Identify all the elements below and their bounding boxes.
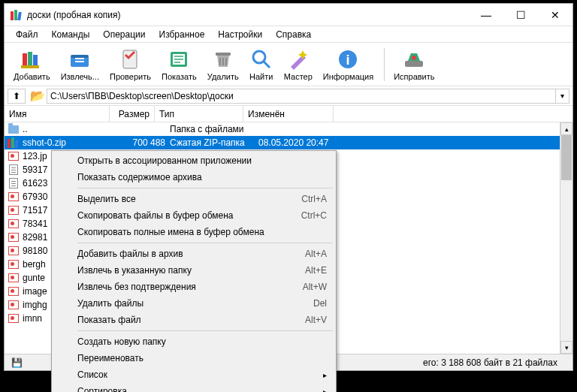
context-menu-item[interactable]: Сортировка▸ xyxy=(53,383,334,392)
scroll-up-button[interactable]: ▴ xyxy=(560,122,572,135)
menu-item-label: Скопировать полные имена в буфер обмена xyxy=(77,227,264,237)
context-menu-item[interactable]: Скопировать полные имена в буфер обмена xyxy=(53,224,334,240)
svg-point-10 xyxy=(253,51,265,63)
toolbar: ДобавитьИзвлечь...ПроверитьПоказатьУдали… xyxy=(5,43,572,86)
scroll-thumb[interactable] xyxy=(561,135,572,180)
context-menu-item[interactable]: Показать файлAlt+V xyxy=(53,312,334,328)
image-file-icon xyxy=(8,231,20,243)
status-icon: 💾 xyxy=(8,357,26,368)
info-icon: i xyxy=(336,47,360,71)
context-menu-item[interactable]: Выделить всеCtrl+A xyxy=(53,191,334,207)
context-menu-item[interactable]: Добавить файлы в архивAlt+A xyxy=(53,246,334,262)
toolbar-проверить[interactable]: Проверить xyxy=(105,46,156,83)
svg-rect-2 xyxy=(33,55,38,67)
menu-shortcut: Alt+E xyxy=(305,265,327,276)
menu-operations[interactable]: Операции xyxy=(96,28,152,41)
column-size[interactable]: Размер xyxy=(110,106,155,122)
menu-item-label: Создать новую папку xyxy=(77,336,166,347)
menu-item-label: Скопировать файлы в буфер обмена xyxy=(77,210,233,221)
image-file-icon xyxy=(8,218,20,230)
svg-rect-9 xyxy=(216,53,231,56)
svg-rect-13 xyxy=(405,61,423,67)
context-menu: Открыть в ассоциированном приложенииПока… xyxy=(51,150,337,392)
file-type: Сжатая ZIP-папка xyxy=(165,137,254,148)
toolbar-label: Мастер xyxy=(284,72,313,81)
svg-text:i: i xyxy=(346,53,350,68)
image-file-icon xyxy=(8,299,20,311)
menu-item-label: Извлечь в указанную папку xyxy=(77,265,192,276)
archive-icon xyxy=(8,137,20,149)
file-row[interactable]: ..Папка с файлами xyxy=(5,122,572,136)
file-name: sshot-0.zip xyxy=(23,137,120,148)
menubar: Файл Команды Операции Избранное Настройк… xyxy=(5,26,572,43)
svg-rect-1 xyxy=(28,52,32,67)
menu-item-label: Извлечь без подтверждения xyxy=(77,282,196,292)
toolbar-найти[interactable]: Найти xyxy=(245,46,278,83)
menu-item-label: Сортировка xyxy=(77,386,127,392)
toolbar-label: Найти xyxy=(249,72,273,81)
context-menu-item[interactable]: Список▸ xyxy=(53,366,334,383)
up-button[interactable]: ⬆ xyxy=(8,89,26,104)
context-menu-item[interactable]: Переименовать xyxy=(53,350,334,366)
column-type[interactable]: Тип xyxy=(155,106,243,122)
menu-help[interactable]: Справка xyxy=(269,28,318,41)
address-input[interactable]: C:\Users\ПВВ\Desktop\screen\Desktop\доск… xyxy=(47,89,556,104)
svg-rect-5 xyxy=(71,55,89,58)
column-name[interactable]: Имя xyxy=(5,106,110,122)
context-menu-item[interactable]: Извлечь в указанную папкуAlt+E xyxy=(53,262,334,279)
context-menu-item[interactable]: Удалить файлыDel xyxy=(53,295,334,312)
toolbar-label: Показать xyxy=(162,72,197,81)
context-menu-item[interactable]: Создать новую папку xyxy=(53,333,334,350)
toolbar-показать[interactable]: Показать xyxy=(157,46,201,83)
menu-shortcut: Ctrl+C xyxy=(301,210,327,221)
toolbar-добавить[interactable]: Добавить xyxy=(9,46,55,83)
context-menu-item[interactable]: Показать содержимое архива xyxy=(53,169,334,185)
menu-favorites[interactable]: Избранное xyxy=(153,28,212,41)
file-modified: 08.05.2020 20:47 xyxy=(254,137,344,148)
toolbar-извлечь[interactable]: Извлечь... xyxy=(56,46,104,83)
menu-item-label: Добавить файлы в архив xyxy=(77,249,183,259)
toolbar-мастер[interactable]: Мастер xyxy=(279,46,317,83)
add-icon xyxy=(20,47,44,71)
menu-commands[interactable]: Команды xyxy=(45,28,97,41)
menu-shortcut: Alt+V xyxy=(305,315,327,325)
menu-item-label: Показать содержимое архива xyxy=(77,172,202,182)
toolbar-удалить[interactable]: Удалить xyxy=(203,46,243,83)
view-icon xyxy=(167,47,191,71)
menu-file[interactable]: Файл xyxy=(9,28,45,41)
folder-icon xyxy=(8,123,20,135)
toolbar-label: Информация xyxy=(323,72,373,81)
close-button[interactable]: ✕ xyxy=(538,4,572,26)
menu-item-label: Переименовать xyxy=(77,353,143,363)
context-menu-item[interactable]: Открыть в ассоциированном приложении xyxy=(53,152,334,169)
vertical-scrollbar[interactable]: ▴ ▾ xyxy=(560,122,572,354)
menu-item-label: Открыть в ассоциированном приложении xyxy=(77,155,252,166)
menu-shortcut: Ctrl+A xyxy=(301,194,327,204)
toolbar-исправить[interactable]: Исправить xyxy=(389,46,439,83)
toolbar-label: Удалить xyxy=(207,72,239,81)
maximize-button[interactable]: ☐ xyxy=(503,4,538,26)
image-file-icon xyxy=(8,258,20,270)
delete-icon xyxy=(211,47,235,71)
minimize-button[interactable]: ― xyxy=(469,4,503,26)
image-file-icon xyxy=(8,150,20,162)
context-menu-item[interactable]: Извлечь без подтвержденияAlt+W xyxy=(53,279,334,295)
context-menu-item[interactable]: Скопировать файлы в буфер обменаCtrl+C xyxy=(53,207,334,224)
image-file-icon xyxy=(8,245,20,257)
folder-icon: 📂 xyxy=(30,89,44,103)
scroll-down-button[interactable]: ▾ xyxy=(560,341,572,354)
menu-item-label: Удалить файлы xyxy=(77,298,143,309)
file-row[interactable]: sshot-0.zip700 488Сжатая ZIP-папка08.05.… xyxy=(5,136,572,149)
column-modified[interactable]: Изменён xyxy=(243,106,334,122)
menu-shortcut: Alt+A xyxy=(305,249,327,259)
menu-shortcut: Del xyxy=(313,298,327,309)
menu-shortcut: Alt+W xyxy=(303,282,327,292)
titlebar: доски (пробная копия) ― ☐ ✕ xyxy=(5,4,572,26)
repair-icon xyxy=(402,47,426,71)
toolbar-информация[interactable]: iИнформация xyxy=(319,46,378,83)
menu-settings[interactable]: Настройки xyxy=(211,28,269,41)
menu-separator xyxy=(77,188,333,188)
file-size: 700 488 xyxy=(120,137,165,148)
address-dropdown[interactable]: ▾ xyxy=(556,89,569,104)
svg-rect-3 xyxy=(21,65,39,68)
